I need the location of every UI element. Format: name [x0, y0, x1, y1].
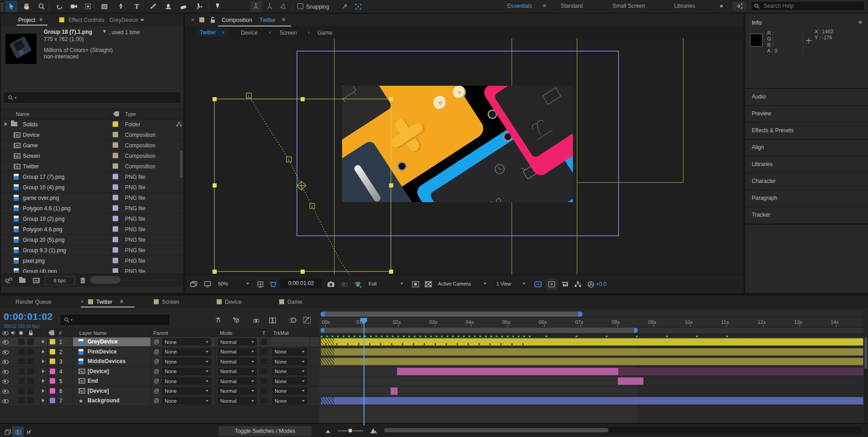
layer-label-swatch[interactable] — [50, 369, 55, 374]
trkmat-dropdown[interactable]: None — [272, 387, 307, 395]
sidebar-panel-effects-presets[interactable]: Effects & Presets — [745, 123, 868, 140]
label-swatch[interactable] — [113, 163, 118, 169]
layer-row-greydevice[interactable]: 1GreyDevice@NoneNormal — [0, 337, 319, 347]
timeline-hscrollbar-thumb[interactable] — [384, 428, 608, 432]
label-swatch[interactable] — [113, 132, 118, 137]
label-swatch[interactable] — [113, 205, 118, 211]
project-item-row[interactable]: ScreenComposition — [1, 151, 183, 161]
graph-editor-icon[interactable] — [301, 315, 313, 326]
mode-dropdown[interactable]: Normal — [218, 397, 257, 405]
collapsed-keyframe-tick[interactable] — [424, 343, 425, 345]
label-swatch[interactable] — [113, 258, 118, 263]
column-name[interactable]: Name — [16, 111, 29, 117]
column-trkmat[interactable]: TrkMat — [273, 330, 289, 336]
keyframe-markers[interactable] — [246, 93, 315, 208]
collapsed-keyframe-tick[interactable] — [435, 343, 436, 345]
lock-column-icon[interactable] — [28, 330, 33, 336]
project-item-row[interactable]: SolidsFolder — [1, 119, 183, 130]
workspace-item-libraries[interactable]: Libraries — [674, 3, 695, 9]
t-switch-cell[interactable] — [261, 338, 267, 345]
brush-tool[interactable] — [147, 1, 159, 12]
project-tabs-overflow-icon[interactable]: » — [140, 16, 144, 23]
footer-scroll-pill[interactable] — [90, 276, 120, 284]
grid-guides-icon[interactable] — [255, 279, 266, 290]
t-switch-cell[interactable] — [261, 368, 267, 375]
view-count-dropdown[interactable]: 1 View — [494, 280, 528, 287]
sidebar-panel-preview[interactable]: Preview — [745, 106, 868, 123]
layer-visibility-toggle[interactable] — [2, 340, 9, 344]
sidebar-panel-audio[interactable]: Audio — [745, 89, 868, 106]
label-column-icon[interactable] — [48, 330, 54, 335]
frame-blending-icon[interactable] — [266, 315, 278, 326]
time-ruler[interactable]: :00s01s02s03s04s05s06s07s08s09s10s11s12s… — [319, 318, 863, 328]
project-list-scrollbar[interactable] — [180, 151, 182, 178]
comp-tab-menu-icon[interactable]: ≡ — [282, 16, 285, 23]
unlock-icon[interactable] — [210, 16, 216, 23]
column-parent[interactable]: Parent — [153, 330, 168, 336]
collapsed-keyframe-tick[interactable] — [391, 343, 392, 345]
layer-visibility-toggle[interactable] — [2, 360, 9, 364]
trkmat-dropdown[interactable]: None — [272, 397, 307, 405]
parent-pickwhip-icon[interactable]: @ — [154, 378, 159, 384]
mode-dropdown[interactable]: Normal — [218, 348, 257, 356]
layer-visibility-toggle[interactable] — [2, 399, 9, 403]
label-swatch[interactable] — [113, 237, 118, 242]
label-swatch[interactable] — [113, 142, 118, 148]
project-item-row[interactable]: GameComposition — [1, 140, 183, 151]
rotation-tool[interactable] — [54, 1, 66, 12]
help-search-box[interactable] — [751, 1, 865, 11]
info-panel-title[interactable]: Info — [752, 19, 762, 26]
layer-label-swatch[interactable] — [50, 388, 55, 394]
tab-project[interactable]: Project — [18, 17, 35, 23]
parent-dropdown[interactable]: None — [162, 338, 211, 346]
breadcrumb-item[interactable]: Screen — [280, 30, 297, 36]
expand-icon[interactable] — [5, 122, 7, 126]
workspace-item-standard[interactable]: Standard — [561, 3, 583, 9]
parent-pickwhip-icon[interactable]: @ — [154, 368, 159, 375]
audio-cell[interactable] — [18, 349, 25, 355]
workspace-settings-button[interactable] — [733, 1, 746, 11]
audio-cell[interactable] — [18, 368, 25, 375]
layer-row-middledevices[interactable]: 3MiddleDevices@NoneNormalNone — [0, 357, 319, 367]
label-swatch[interactable] — [113, 174, 118, 179]
pan-behind-tool[interactable] — [82, 1, 94, 12]
parent-pickwhip-icon[interactable]: @ — [154, 349, 159, 355]
mode-dropdown[interactable]: Normal — [218, 338, 257, 346]
timeline-search-box[interactable]: ▾ — [61, 315, 169, 325]
resolution-dropdown[interactable]: Full — [366, 280, 406, 287]
label-swatch[interactable] — [113, 226, 118, 232]
trkmat-dropdown[interactable]: None — [272, 358, 307, 365]
collapsed-keyframe-tick[interactable] — [413, 343, 414, 345]
navigator-left-handle[interactable] — [321, 312, 325, 317]
roto-brush-tool[interactable] — [193, 1, 205, 12]
comp-panel-label[interactable]: Composition — [222, 17, 252, 23]
camera-tool[interactable] — [68, 1, 80, 12]
item-name-dropdown-icon[interactable]: ▼ — [102, 29, 107, 34]
tab-menu-icon[interactable]: ≡ — [120, 298, 123, 305]
breadcrumb-item[interactable]: Device — [241, 30, 258, 36]
label-swatch[interactable] — [113, 216, 118, 221]
project-item-row[interactable]: Polygon 4.6.pngPNG file — [1, 224, 183, 235]
mode-dropdown[interactable]: Normal — [218, 358, 257, 365]
t-switch-cell[interactable] — [261, 378, 267, 384]
column-mode[interactable]: Mode — [220, 330, 233, 336]
layer-duration-bar[interactable] — [321, 358, 863, 365]
world-axis-mode-button[interactable] — [264, 1, 275, 12]
trkmat-dropdown[interactable]: None — [272, 348, 307, 356]
exposure-icon[interactable] — [585, 279, 597, 290]
info-panel-menu-icon[interactable]: ≡ — [858, 19, 862, 26]
work-area-bar[interactable] — [321, 328, 638, 333]
audio-cell[interactable] — [18, 378, 25, 384]
workspace-overflow-icon[interactable]: » — [720, 2, 723, 9]
lock-cell[interactable] — [27, 378, 34, 384]
checkerboard-icon[interactable] — [422, 279, 434, 290]
project-item-row[interactable]: Group (4).pngPNG file — [1, 266, 183, 273]
snap-features-icon[interactable] — [352, 1, 364, 12]
layer-row--device-[interactable]: 4[Device]@NoneNormalNone — [0, 367, 319, 377]
project-flowchart-button[interactable] — [3, 275, 15, 286]
video-column-icon[interactable] — [2, 331, 9, 335]
comp-marker-pen-icon[interactable]: ✎ — [855, 340, 862, 345]
delete-item-button[interactable] — [77, 275, 88, 286]
expand-layer-icon[interactable] — [42, 399, 45, 402]
layer-name[interactable]: Background — [88, 397, 120, 404]
